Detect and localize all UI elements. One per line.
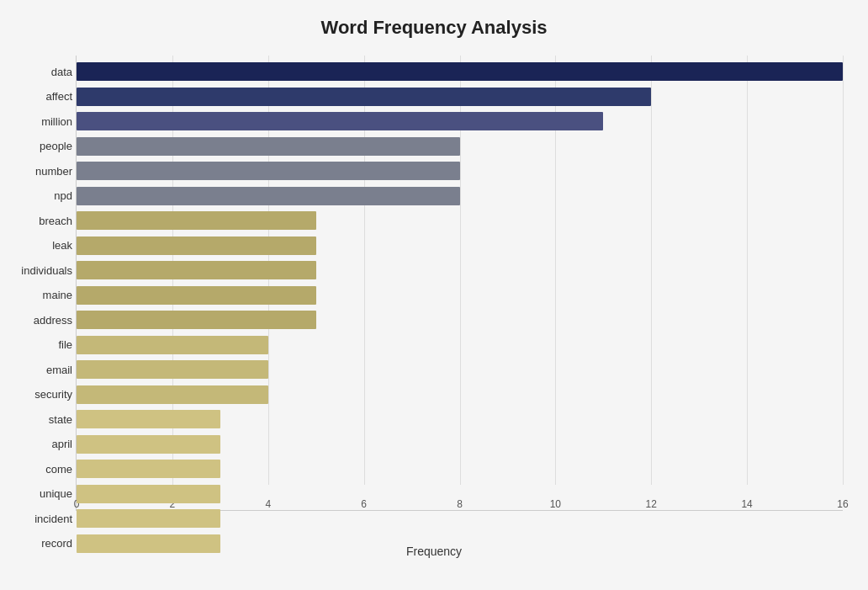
bar-label: record xyxy=(1,537,72,550)
bar-row: maine xyxy=(77,284,843,307)
gridline xyxy=(843,56,844,485)
bar-label: unique xyxy=(1,487,72,500)
bar-row: incident xyxy=(77,507,843,530)
bar-label: individuals xyxy=(1,264,72,277)
bar xyxy=(77,62,843,81)
bar-label: million xyxy=(1,115,72,128)
bar-row: april xyxy=(77,433,843,456)
bar-row: email xyxy=(77,358,843,381)
bar xyxy=(77,435,220,454)
bar-label: email xyxy=(1,364,72,376)
bar-row: breach xyxy=(77,209,843,232)
bar xyxy=(77,137,460,156)
bar-row: million xyxy=(77,109,843,133)
bar-row: unique xyxy=(77,482,843,506)
bar-label: state xyxy=(1,413,72,426)
bar xyxy=(77,187,460,205)
chart-container: Word Frequency Analysis dataaffectmillio… xyxy=(0,0,868,590)
bar xyxy=(77,112,603,130)
bar xyxy=(77,360,268,379)
chart-area: dataaffectmillionpeoplenumbernpdbreachle… xyxy=(76,56,843,511)
bar xyxy=(77,311,316,329)
bar xyxy=(77,410,220,428)
bar-row: state xyxy=(77,407,843,431)
bar xyxy=(77,261,316,279)
bar xyxy=(77,336,268,354)
bar xyxy=(77,385,268,404)
bar-row: npd xyxy=(77,184,843,208)
bars-wrapper: dataaffectmillionpeoplenumbernpdbreachle… xyxy=(77,56,843,555)
bar-label: data xyxy=(1,66,72,78)
bar-label: people xyxy=(1,140,72,152)
bar-label: npd xyxy=(1,189,72,202)
bar-row: leak xyxy=(77,234,843,258)
chart-title: Word Frequency Analysis xyxy=(25,17,843,39)
bar xyxy=(77,162,460,180)
bar-label: affect xyxy=(1,90,72,103)
bar-row: data xyxy=(77,60,843,83)
bar xyxy=(77,211,316,230)
bar-row: come xyxy=(77,457,843,481)
bar xyxy=(77,534,220,553)
bar xyxy=(77,88,651,106)
bar-row: number xyxy=(77,159,843,183)
bar-row: record xyxy=(77,532,843,555)
bar-label: april xyxy=(1,438,72,450)
bar-row: individuals xyxy=(77,258,843,282)
bar-label: leak xyxy=(1,239,72,252)
bar-label: come xyxy=(1,463,72,476)
bar-label: breach xyxy=(1,215,72,227)
bar-label: number xyxy=(1,165,72,178)
bar xyxy=(77,509,220,528)
bar-row: address xyxy=(77,308,843,332)
bar xyxy=(77,286,316,305)
bar-label: security xyxy=(1,388,72,401)
bar-row: security xyxy=(77,383,843,407)
bar-row: affect xyxy=(77,85,843,109)
bar-label: file xyxy=(1,338,72,351)
bar xyxy=(77,460,220,478)
bar xyxy=(77,485,220,503)
bar xyxy=(77,237,316,255)
bar-label: incident xyxy=(1,513,72,525)
bar-row: file xyxy=(77,333,843,357)
bar-row: people xyxy=(77,135,843,158)
bars-area: dataaffectmillionpeoplenumbernpdbreachle… xyxy=(76,56,843,511)
bar-label: address xyxy=(1,314,72,327)
bar-label: maine xyxy=(1,289,72,301)
